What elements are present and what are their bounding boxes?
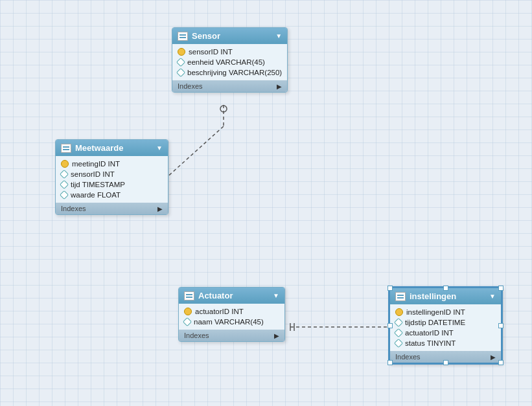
table-row: actuatorID INT	[390, 328, 501, 338]
field-label: sensorID INT	[189, 48, 233, 56]
primary-key-icon	[178, 48, 185, 56]
table-icon	[178, 32, 188, 41]
table-row: tijd TIMESTAMP	[56, 179, 168, 190]
sensor-table-header: Sensor ▼	[172, 28, 287, 44]
actuator-title: Actuator	[198, 291, 233, 300]
dropdown-arrow-icon[interactable]: ▼	[489, 293, 496, 300]
field-label: tijdstip DATETIME	[405, 319, 465, 326]
sensor-indexes-footer[interactable]: Indexes ▶	[172, 80, 287, 92]
sensor-table[interactable]: Sensor ▼ sensorID INT eenheid VARCHAR(45…	[172, 27, 288, 93]
table-row: sensorID INT	[172, 47, 287, 57]
field-label: tijd TIMESTAMP	[71, 181, 125, 188]
indexes-label: Indexes	[178, 82, 203, 90]
resize-handle-ml[interactable]	[387, 323, 393, 328]
meetwaarde-table-header: Meetwaarde ▼	[56, 140, 168, 156]
primary-key-icon	[395, 308, 403, 316]
table-row: waarde FLOAT	[56, 190, 168, 200]
instellingen-fields: instellingenID INT tijdstip DATETIME act…	[390, 304, 501, 351]
field-label: instellingenID INT	[406, 308, 465, 316]
field-icon	[183, 317, 192, 326]
field-label: naam VARCHAR(45)	[194, 318, 264, 326]
field-label: sensorID INT	[71, 170, 115, 178]
sensor-fields: sensorID INT eenheid VARCHAR(45) beschri…	[172, 44, 287, 80]
footer-arrow-icon: ▶	[274, 332, 279, 339]
meetwaarde-indexes-footer[interactable]: Indexes ▶	[56, 203, 168, 214]
table-icon	[395, 292, 406, 301]
actuator-table[interactable]: Actuator ▼ actuatorID INT naam VARCHAR(4…	[178, 287, 285, 342]
field-label: actuatorID INT	[405, 329, 454, 337]
footer-arrow-icon: ▶	[277, 83, 282, 90]
field-icon	[60, 180, 69, 189]
resize-handle-bm[interactable]	[443, 360, 448, 365]
field-icon	[394, 318, 403, 327]
field-icon	[176, 58, 185, 67]
actuator-table-header: Actuator ▼	[179, 288, 284, 304]
meetwaarde-fields: meetingID INT sensorID INT tijd TIMESTAM…	[56, 156, 168, 203]
indexes-label: Indexes	[61, 205, 86, 212]
dropdown-arrow-icon[interactable]: ▼	[273, 292, 279, 299]
table-row: tijdstip DATETIME	[390, 317, 501, 328]
field-icon	[60, 170, 69, 179]
resize-handle-tl[interactable]	[387, 286, 393, 291]
table-row: meetingID INT	[56, 159, 168, 169]
field-icon	[394, 328, 403, 337]
field-label: waarde FLOAT	[71, 191, 121, 199]
actuator-fields: actuatorID INT naam VARCHAR(45)	[179, 304, 284, 330]
footer-arrow-icon: ▶	[157, 205, 163, 212]
table-row: naam VARCHAR(45)	[179, 317, 284, 327]
table-icon	[184, 291, 194, 300]
svg-point-2	[220, 106, 227, 112]
field-label: eenheid VARCHAR(45)	[187, 58, 265, 66]
table-row: eenheid VARCHAR(45)	[172, 57, 287, 67]
meetwaarde-title: Meetwaarde	[75, 143, 123, 153]
dropdown-arrow-icon[interactable]: ▼	[156, 144, 163, 152]
table-row: actuatorID INT	[179, 306, 284, 317]
meetwaarde-table[interactable]: Meetwaarde ▼ meetingID INT sensorID INT …	[55, 139, 168, 215]
dropdown-arrow-icon[interactable]: ▼	[275, 32, 282, 39]
field-icon	[60, 190, 69, 199]
field-label: beschrijving VARCHAR(250)	[187, 69, 282, 76]
footer-arrow-icon: ▶	[491, 354, 496, 361]
primary-key-icon	[184, 308, 192, 315]
table-row: sensorID INT	[56, 169, 168, 179]
table-row: status TINYINT	[390, 338, 501, 348]
resize-handle-tm[interactable]	[443, 286, 448, 291]
indexes-label: Indexes	[395, 353, 421, 361]
table-icon	[61, 144, 71, 153]
resize-handle-mr[interactable]	[498, 323, 503, 328]
table-row: beschrijving VARCHAR(250)	[172, 67, 287, 78]
svg-line-1	[159, 126, 224, 185]
field-label: actuatorID INT	[195, 308, 244, 315]
resize-handle-tr[interactable]	[498, 286, 503, 291]
primary-key-icon	[61, 160, 69, 168]
sensor-title: Sensor	[192, 31, 220, 41]
field-icon	[394, 339, 403, 348]
field-label: status TINYINT	[405, 339, 456, 347]
field-label: meetingID INT	[72, 160, 120, 168]
actuator-indexes-footer[interactable]: Indexes ▶	[179, 330, 284, 341]
table-row: instellingenID INT	[390, 307, 501, 317]
instellingen-title: instellingen	[410, 291, 456, 301]
resize-handle-br[interactable]	[498, 360, 503, 365]
indexes-label: Indexes	[184, 332, 209, 339]
field-icon	[176, 68, 185, 77]
resize-handle-bl[interactable]	[387, 360, 393, 365]
instellingen-table[interactable]: instellingen ▼ instellingenID INT tijdst…	[389, 287, 502, 364]
